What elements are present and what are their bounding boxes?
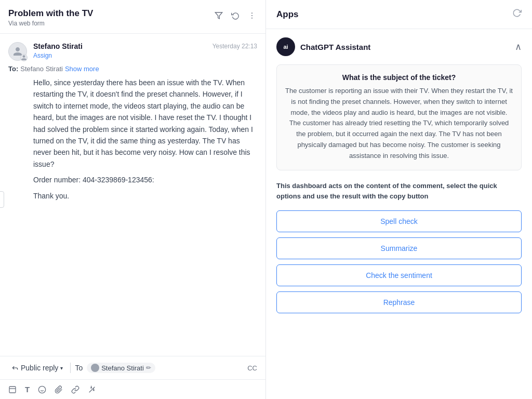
magic-wand-icon[interactable] [88,385,96,394]
sender-row: Stefano Stirati Yesterday 22:13 [33,42,257,50]
check-sentiment-button[interactable]: Check the sentiment [276,264,522,286]
message-meta: Stefano Stirati Yesterday 22:13 Assign [33,42,257,60]
compose-icon[interactable] [8,385,17,394]
instructions-strong: This dashboard acts on the content of th… [276,182,497,201]
to-prefix: To: [8,65,18,73]
spell-check-button[interactable]: Spell check [276,210,522,232]
cc-button[interactable]: CC [247,364,257,372]
to-recipient: Stefano Stirati [20,65,63,73]
message-area: Stefano Stirati Yesterday 22:13 Assign T… [0,34,265,356]
apps-title: Apps [276,9,299,20]
svg-rect-4 [9,387,16,393]
svg-point-6 [39,386,46,393]
left-panel: Problem with the TV Via web form [0,0,266,399]
ticket-title-area: Problem with the TV Via web form [8,8,93,27]
instructions-text: This dashboard acts on the content of th… [276,181,522,203]
svg-marker-0 [215,12,222,19]
avatar [8,42,27,61]
message-body: Hello, since yesterday there has been an… [8,77,257,202]
reply-toolbar: T [0,379,265,399]
left-header: Problem with the TV Via web form [0,0,265,34]
assign-link[interactable]: Assign [33,52,52,59]
recipient-name: Stefano Stirati [101,364,144,372]
chatgpt-name: ChatGPT Assistant [300,43,370,51]
chatgpt-logo: ai [276,37,295,56]
right-panel: Apps ai ChatGPT Assistant ∧ What is the … [266,0,532,399]
message-item: Stefano Stirati Yesterday 22:13 Assign T… [0,34,265,214]
message-header: Stefano Stirati Yesterday 22:13 Assign [8,42,257,61]
summary-card: What is the subject of the ticket? The c… [276,64,522,170]
message-paragraph-2: Order number: 404-3239869-123456: [33,174,257,185]
reply-separator [70,363,71,373]
recipient-badge: Stefano Stirati ✏ [87,363,155,373]
summary-body: The customer is reporting an issue with … [285,86,513,162]
to-line: To: Stefano Stirati Show more [8,65,257,73]
message-paragraph-1: Hello, since yesterday there has been an… [33,77,257,170]
svg-point-2 [251,15,252,16]
message-paragraph-3: Thank you. [33,190,257,202]
sidebar-toggle[interactable]: ‹ [0,191,4,208]
recipient-avatar-small [91,364,99,372]
ticket-subtitle: Via web form [8,20,93,27]
chatgpt-collapse-button[interactable]: ∧ [515,41,522,52]
avatar-badge [20,54,28,61]
history-icon[interactable] [230,10,241,21]
edit-recipient-icon[interactable]: ✏ [146,364,151,371]
svg-point-3 [251,18,252,19]
rephrase-button[interactable]: Rephrase [276,291,522,313]
to-field-label: To [75,364,83,372]
reply-type-label: Public reply [21,364,58,372]
summary-title: What is the subject of the ticket? [285,73,513,82]
header-actions [214,10,257,21]
refresh-button[interactable] [512,8,522,20]
sender-name: Stefano Stirati [33,42,83,50]
right-header: Apps [266,0,532,29]
show-more-link[interactable]: Show more [65,65,99,73]
chatgpt-logo-text: ai [283,44,288,50]
ticket-title: Problem with the TV [8,8,93,19]
emoji-icon[interactable] [38,385,46,394]
chatgpt-header: ai ChatGPT Assistant ∧ [276,37,522,56]
message-time: Yesterday 22:13 [212,43,257,50]
attachment-icon[interactable] [55,385,63,394]
summarize-button[interactable]: Summarize [276,237,522,259]
chevron-down-icon: ▾ [60,365,63,371]
chatgpt-section: ai ChatGPT Assistant ∧ What is the subje… [266,29,532,327]
more-options-icon[interactable] [247,10,257,21]
filter-icon[interactable] [214,10,224,21]
chatgpt-brand: ai ChatGPT Assistant [276,37,370,56]
reply-icon [11,364,19,371]
svg-point-1 [251,12,252,14]
link-icon[interactable] [71,385,79,394]
reply-bar: Public reply ▾ To Stefano Stirati ✏ CC [0,356,265,379]
text-format-icon[interactable]: T [25,385,30,394]
public-reply-button[interactable]: Public reply ▾ [8,362,66,374]
